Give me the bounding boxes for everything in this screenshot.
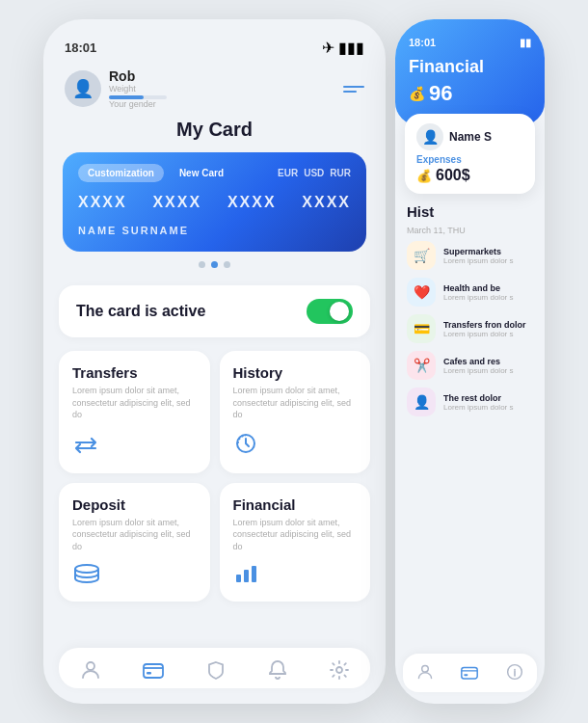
history-icon — [233, 431, 258, 462]
currency-eur[interactable]: EUR — [278, 168, 298, 178]
status-time: 18:01 — [65, 40, 96, 55]
left-phone: 18:01 ✈ ▮▮▮ 👤 Rob Weight Your gender — [43, 19, 386, 704]
user-info: Rob Weight Your gender — [109, 68, 167, 109]
right-nav-info[interactable] — [506, 663, 523, 684]
coins-icon: 💰 — [409, 86, 425, 101]
nav-tags[interactable] — [205, 659, 227, 681]
currency-rur[interactable]: RUR — [330, 168, 351, 178]
svg-rect-11 — [465, 674, 468, 676]
credit-card: Customization New Card EUR USD RUR XXXX … — [63, 152, 366, 252]
svg-rect-3 — [244, 570, 249, 582]
location-icon: ✈ — [322, 39, 334, 57]
history-item-cafes[interactable]: ✂️ Cafes and res Lorem ipsum dolor s — [407, 351, 533, 380]
user-sub1: Weight — [109, 84, 167, 94]
header-row: 👤 Rob Weight Your gender — [59, 65, 370, 119]
history-desc: Lorem ipsum dolor sit amet, consectetur … — [233, 385, 358, 421]
card-active-toggle[interactable] — [307, 299, 353, 324]
nav-settings[interactable] — [329, 659, 350, 681]
right-battery: ▮▮ — [520, 37, 531, 49]
svg-point-1 — [75, 565, 98, 573]
financial-card[interactable]: Financial Lorem ipsum dolor sit amet, co… — [220, 483, 371, 602]
transfers-hist-title: Transfers fron dolor — [443, 320, 533, 330]
health-sub: Lorem ipsum dolor s — [443, 293, 533, 302]
dot-3 — [224, 261, 230, 268]
card-group-4: XXXX — [302, 194, 351, 211]
right-amount-num: 600$ — [436, 167, 470, 184]
history-item-transfers[interactable]: 💳 Transfers fron dolor Lorem ipsum dolor… — [407, 314, 533, 343]
financial-desc: Lorem ipsum dolor sit amet, consectetur … — [233, 517, 358, 553]
history-card[interactable]: History Lorem ipsum dolor sit amet, cons… — [220, 351, 371, 473]
bottom-nav — [59, 648, 370, 688]
dot-1 — [199, 261, 205, 268]
cafes-title: Cafes and res — [443, 357, 533, 366]
right-nav-cards[interactable] — [461, 665, 478, 683]
right-history: Hist March 11, THU 🛒 Supermarkets Lorem … — [395, 194, 545, 648]
svg-rect-4 — [252, 566, 256, 582]
svg-rect-2 — [236, 575, 241, 582]
history-section-title: Hist — [407, 203, 533, 220]
right-time: 18:01 — [409, 37, 436, 49]
history-item-rest[interactable]: 👤 The rest dolor Lorem ipsum dolor s — [407, 388, 533, 416]
status-icons: ✈ ▮▮▮ — [322, 39, 364, 57]
card-currencies: EUR USD RUR — [278, 168, 351, 178]
supermarkets-sub: Lorem ipsum dolor s — [443, 256, 533, 265]
health-title: Health and be — [443, 283, 533, 293]
card-active-toggle-row: The card is active — [59, 285, 370, 337]
right-status-bar: 18:01 ▮▮ — [409, 37, 531, 49]
rest-sub: Lorem ipsum dolor s — [443, 403, 533, 412]
deposit-icon — [72, 563, 101, 590]
history-date: March 11, THU — [407, 226, 533, 235]
svg-point-8 — [336, 667, 342, 673]
right-avatar: 👤 — [416, 123, 443, 150]
transfers-icon — [72, 435, 99, 462]
nav-cards[interactable] — [143, 661, 164, 679]
transfers-title: Transfers — [72, 364, 138, 381]
right-balance: 💰 96 — [409, 81, 531, 106]
toggle-knob — [330, 302, 349, 321]
user-name: Rob — [109, 68, 167, 84]
transfers-hist-icon: 💳 — [407, 314, 436, 343]
right-expenses-label: Expenses — [416, 154, 523, 165]
card-active-label: The card is active — [76, 303, 205, 320]
card-dots — [59, 261, 370, 268]
card-tab-group: Customization New Card — [78, 164, 233, 182]
menu-line-2 — [343, 91, 357, 93]
cafes-sub: Lorem ipsum dolor s — [443, 366, 533, 375]
deposit-card[interactable]: Deposit Lorem ipsum dolor sit amet, cons… — [59, 483, 210, 602]
currency-usd[interactable]: USD — [304, 168, 324, 178]
history-item-supermarkets[interactable]: 🛒 Supermarkets Lorem ipsum dolor s — [407, 241, 533, 270]
right-title: Financial — [409, 57, 531, 77]
transfers-hist-text: Transfers fron dolor Lorem ipsum dolor s — [443, 320, 533, 338]
user-sub2: Your gender — [109, 99, 167, 109]
transfers-card[interactable]: Transfers Lorem ipsum dolor sit amet, co… — [59, 351, 210, 473]
coins-small-icon: 💰 — [416, 169, 432, 183]
right-header: 18:01 ▮▮ Financial 💰 96 — [395, 19, 545, 125]
nav-notifications[interactable] — [268, 659, 287, 681]
supermarkets-icon: 🛒 — [407, 241, 436, 270]
nav-profile[interactable] — [80, 659, 101, 681]
history-item-health[interactable]: ❤️ Health and be Lorem ipsum dolor s — [407, 278, 533, 307]
card-group-3: XXXX — [227, 194, 277, 211]
avatar-section: 👤 Rob Weight Your gender — [65, 68, 167, 109]
card-title: My Card — [59, 119, 370, 141]
card-group-1: XXXX — [78, 194, 127, 211]
right-amount: 💰 600$ — [416, 167, 523, 184]
menu-button[interactable] — [343, 86, 364, 93]
card-group-2: XXXX — [152, 194, 201, 211]
right-nav-profile[interactable] — [416, 663, 434, 684]
menu-line-1 — [343, 86, 364, 88]
status-bar: 18:01 ✈ ▮▮▮ — [59, 39, 370, 65]
right-phone: 18:01 ▮▮ Financial 💰 96 👤 Name S Expense… — [395, 19, 545, 704]
history-title: History — [233, 364, 283, 381]
battery-icon: ▮▮▮ — [338, 39, 364, 57]
financial-title: Financial — [233, 496, 296, 513]
customization-tab[interactable]: Customization — [78, 164, 164, 182]
svg-rect-7 — [147, 672, 151, 675]
new-card-tab[interactable]: New Card — [170, 164, 233, 182]
card-holder-name: NAME SURNAME — [78, 225, 351, 236]
right-card-area: 👤 Name S Expenses 💰 600$ — [405, 114, 535, 194]
cafes-icon: ✂️ — [407, 351, 436, 380]
financial-icon — [233, 563, 262, 590]
right-bottom-nav — [403, 654, 537, 692]
rest-icon: 👤 — [407, 388, 436, 416]
